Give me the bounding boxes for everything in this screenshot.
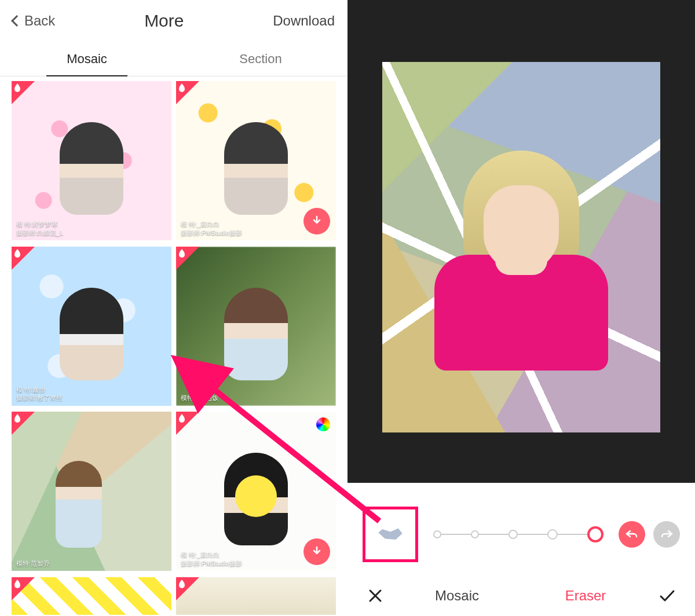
thumbnail-image [176,577,336,615]
back-button[interactable]: Back [13,13,55,29]
brush-size-option[interactable] [433,530,441,538]
hot-badge [12,412,35,435]
tab-eraser[interactable]: Eraser [527,588,644,604]
hot-badge [12,247,35,270]
download-button[interactable]: Download [273,13,335,29]
brush-size-option[interactable] [547,529,558,540]
tab-mosaic[interactable]: Mosaic [0,42,174,76]
editor-tabs: Mosaic Eraser [348,575,695,616]
hot-badge [176,81,199,104]
redo-button[interactable] [653,521,680,548]
thumbnail-image [56,461,102,548]
thumbnail-image [224,288,288,380]
download-badge[interactable] [303,208,330,234]
brush-size-stepper[interactable] [433,526,603,543]
brush-size-option[interactable] [471,530,479,538]
tab-mosaic[interactable]: Mosaic [398,588,515,604]
brush-size-option-selected[interactable] [587,526,603,542]
brush-toolbar [348,483,695,575]
color-wheel-icon [315,416,331,432]
hot-badge [176,412,199,435]
cancel-button[interactable] [364,584,387,607]
hot-badge [12,577,35,600]
photo-subject [434,151,608,359]
brush-stroke-icon [377,526,404,543]
history-actions [619,521,680,548]
thumbnail-image [12,577,171,615]
chevron-left-icon [11,15,23,27]
confirm-button[interactable] [656,584,679,607]
hot-badge [176,577,199,600]
pattern-swatch[interactable] [363,507,418,562]
tab-section[interactable]: Section [174,42,348,76]
template-tile[interactable]: 模特:___泡饭 [176,247,336,406]
header: Back More Download [0,0,348,42]
template-tile[interactable]: 模特:范智乔 [12,412,171,571]
undo-button[interactable] [619,521,645,548]
template-tile[interactable]: 模 特:鑫怡 摄影师:敷了摩丝 [12,247,171,406]
page-title: More [144,11,184,31]
edited-photo [382,62,660,432]
category-tabs: Mosaic Section [0,42,348,76]
template-grid: 模 特:好梦梦寒 摄影师:白線流_L 模 特:_寂白白 摄影师:PMStudio… [0,76,348,616]
thumbnail-image [60,122,123,215]
template-tile[interactable]: 模 特:_寂白白 摄影师:PMStudio摄影 [176,81,336,240]
template-tile[interactable]: 模 特:好梦梦寒 摄影师:白線流_L [12,81,171,240]
hot-badge [12,81,35,104]
brush-size-option[interactable] [509,530,518,539]
canvas[interactable] [348,0,695,483]
editor-screen: Mosaic Eraser [348,0,695,616]
template-picker-screen: Back More Download Mosaic Section 模 特:好梦… [0,0,348,616]
thumbnail-image [235,475,277,517]
hot-badge [176,247,199,270]
thumbnail-image [60,288,123,380]
thumbnail-image [224,122,288,215]
template-tile[interactable] [12,577,171,615]
template-tile[interactable] [176,577,336,615]
back-label: Back [24,13,55,29]
download-badge[interactable] [303,538,330,565]
template-tile[interactable]: 模 特:_寂白白 摄影师:PMStudio摄影 [176,412,336,571]
